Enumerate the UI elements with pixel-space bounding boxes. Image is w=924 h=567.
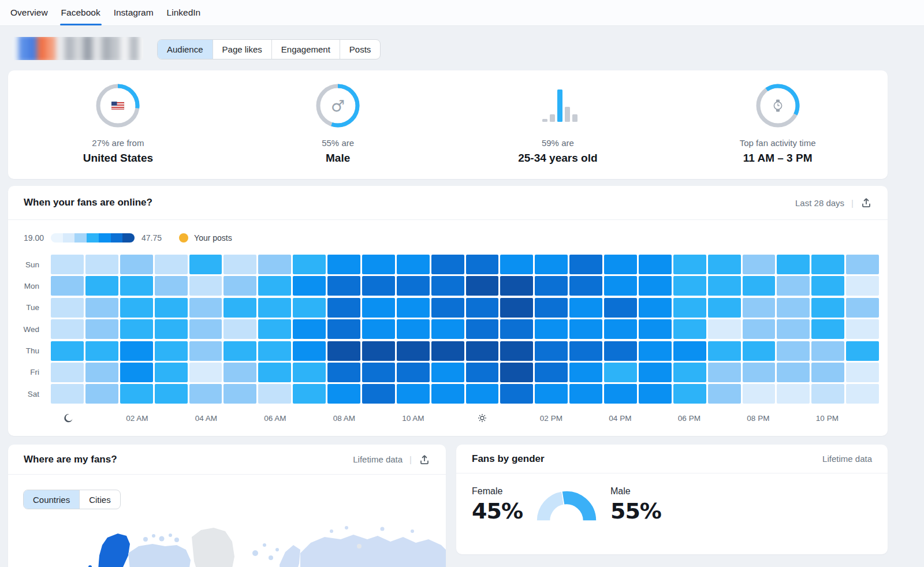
heatmap-cell[interactable] — [466, 319, 499, 339]
heatmap-cell[interactable] — [189, 363, 222, 382]
heatmap-cell[interactable] — [258, 276, 291, 296]
heatmap-cell[interactable] — [708, 298, 741, 318]
heatmap-cell[interactable] — [811, 276, 844, 296]
heatmap-cell[interactable] — [811, 319, 844, 339]
heatmap-cell[interactable] — [846, 363, 879, 382]
heatmap-cell[interactable] — [604, 384, 637, 404]
heatmap-cell[interactable] — [639, 276, 672, 296]
heatmap-cell[interactable] — [223, 363, 256, 382]
heatmap-cell[interactable] — [500, 319, 533, 339]
heatmap-cell[interactable] — [604, 255, 637, 274]
heatmap-cell[interactable] — [327, 319, 360, 339]
heatmap-cell[interactable] — [327, 341, 360, 361]
heatmap-cell[interactable] — [673, 363, 706, 382]
nav-tab-instagram[interactable]: Instagram — [113, 0, 155, 25]
heatmap-cell[interactable] — [466, 298, 499, 318]
heatmap-cell[interactable] — [51, 255, 84, 274]
heatmap-cell[interactable] — [258, 363, 291, 382]
heatmap-cell[interactable] — [397, 341, 430, 361]
heatmap-cell[interactable] — [811, 384, 844, 404]
heatmap-cell[interactable] — [673, 384, 706, 404]
heatmap-cell[interactable] — [85, 276, 118, 296]
heatmap-cell[interactable] — [708, 384, 741, 404]
heatmap-cell[interactable] — [639, 384, 672, 404]
heatmap-cell[interactable] — [535, 319, 568, 339]
heatmap-cell[interactable] — [120, 341, 153, 361]
tab-posts[interactable]: Posts — [340, 40, 381, 59]
heatmap-cell[interactable] — [500, 363, 533, 382]
heatmap-cell[interactable] — [155, 298, 188, 318]
heatmap-cell[interactable] — [604, 341, 637, 361]
heatmap-cell[interactable] — [811, 298, 844, 318]
heatmap-cell[interactable] — [327, 255, 360, 274]
heatmap-cell[interactable] — [569, 255, 602, 274]
heatmap-cell[interactable] — [673, 255, 706, 274]
heatmap-cell[interactable] — [155, 255, 188, 274]
export-button[interactable] — [860, 197, 872, 208]
toggle-countries[interactable]: Countries — [24, 490, 79, 509]
heatmap-cell[interactable] — [500, 298, 533, 318]
heatmap-cell[interactable] — [397, 298, 430, 318]
world-map[interactable] — [8, 520, 446, 567]
heatmap-cell[interactable] — [293, 384, 326, 404]
heatmap-cell[interactable] — [431, 255, 464, 274]
heatmap-cell[interactable] — [431, 298, 464, 318]
heatmap-cell[interactable] — [811, 341, 844, 361]
heatmap-cell[interactable] — [397, 384, 430, 404]
heatmap-cell[interactable] — [258, 298, 291, 318]
heatmap-cell[interactable] — [604, 319, 637, 339]
heatmap-cell[interactable] — [569, 298, 602, 318]
heatmap-cell[interactable] — [777, 384, 810, 404]
heatmap-cell[interactable] — [639, 255, 672, 274]
heatmap-cell[interactable] — [708, 276, 741, 296]
heatmap-cell[interactable] — [120, 276, 153, 296]
heatmap-cell[interactable] — [327, 298, 360, 318]
heatmap-cell[interactable] — [362, 384, 395, 404]
heatmap-cell[interactable] — [431, 276, 464, 296]
heatmap-cell[interactable] — [223, 255, 256, 274]
heatmap-cell[interactable] — [777, 319, 810, 339]
heatmap-cell[interactable] — [535, 298, 568, 318]
heatmap-cell[interactable] — [189, 384, 222, 404]
heatmap-cell[interactable] — [743, 298, 776, 318]
heatmap-cell[interactable] — [258, 319, 291, 339]
heatmap-cell[interactable] — [51, 363, 84, 382]
heatmap-cell[interactable] — [569, 363, 602, 382]
heatmap-cell[interactable] — [85, 319, 118, 339]
heatmap-cell[interactable] — [362, 319, 395, 339]
heatmap-cell[interactable] — [569, 276, 602, 296]
nav-tab-linkedin[interactable]: LinkedIn — [166, 0, 202, 25]
heatmap-cell[interactable] — [362, 363, 395, 382]
heatmap-cell[interactable] — [846, 319, 879, 339]
heatmap-cell[interactable] — [362, 341, 395, 361]
heatmap-cell[interactable] — [639, 341, 672, 361]
heatmap-cell[interactable] — [51, 341, 84, 361]
heatmap-cell[interactable] — [155, 319, 188, 339]
heatmap-cell[interactable] — [293, 255, 326, 274]
heatmap-cell[interactable] — [155, 363, 188, 382]
heatmap-cell[interactable] — [397, 363, 430, 382]
export-button[interactable] — [419, 454, 430, 465]
heatmap-cell[interactable] — [223, 276, 256, 296]
heatmap-cell[interactable] — [327, 384, 360, 404]
heatmap-cell[interactable] — [223, 341, 256, 361]
heatmap-cell[interactable] — [85, 298, 118, 318]
heatmap-cell[interactable] — [397, 319, 430, 339]
heatmap-cell[interactable] — [673, 341, 706, 361]
heatmap-cell[interactable] — [51, 319, 84, 339]
heatmap-cell[interactable] — [258, 341, 291, 361]
heatmap-cell[interactable] — [569, 384, 602, 404]
heatmap-cell[interactable] — [431, 341, 464, 361]
heatmap-cell[interactable] — [120, 319, 153, 339]
heatmap-cell[interactable] — [604, 363, 637, 382]
heatmap-cell[interactable] — [85, 363, 118, 382]
heatmap-cell[interactable] — [431, 384, 464, 404]
heatmap-cell[interactable] — [293, 298, 326, 318]
heatmap-cell[interactable] — [189, 255, 222, 274]
heatmap-cell[interactable] — [85, 384, 118, 404]
heatmap-cell[interactable] — [293, 319, 326, 339]
heatmap-cell[interactable] — [155, 276, 188, 296]
heatmap-cell[interactable] — [500, 255, 533, 274]
heatmap-cell[interactable] — [743, 341, 776, 361]
heatmap-cell[interactable] — [362, 298, 395, 318]
